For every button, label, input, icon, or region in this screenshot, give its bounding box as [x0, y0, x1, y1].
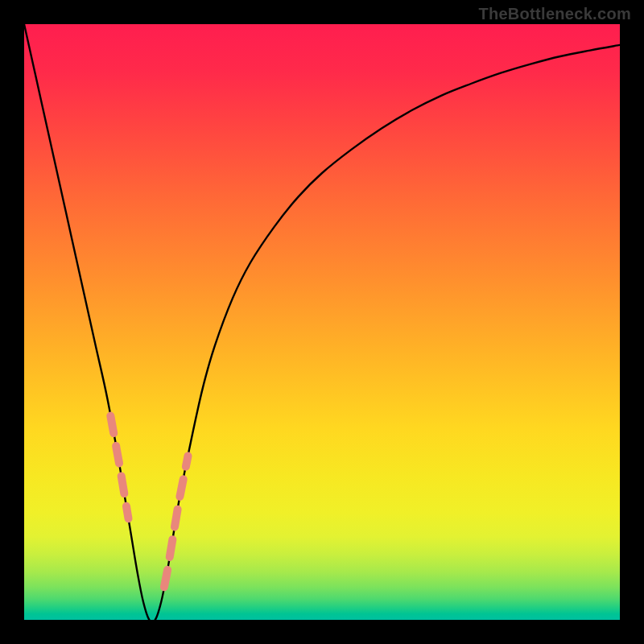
- chart-frame: TheBottleneck.com: [0, 0, 644, 644]
- overlay-segment-left: [110, 416, 128, 519]
- overlay-segment-right: [164, 456, 188, 588]
- curve-svg: [24, 24, 620, 620]
- bottleneck-curve: [24, 24, 620, 620]
- watermark-text: TheBottleneck.com: [478, 5, 631, 23]
- plot-area: [24, 24, 620, 620]
